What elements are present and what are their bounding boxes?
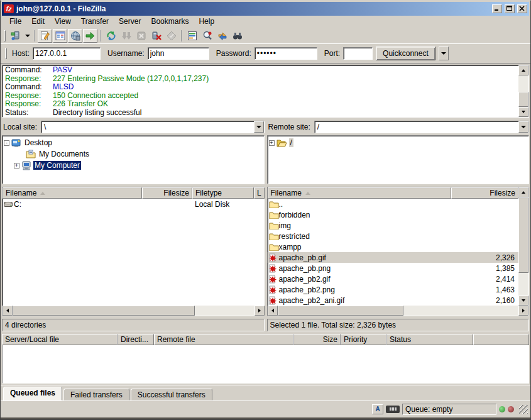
tab-failed-transfers[interactable]: Failed transfers <box>63 389 129 401</box>
quickconnect-button[interactable]: Quickconnect <box>376 47 435 60</box>
column-header-server-local-file[interactable]: Server/Local file <box>2 334 118 345</box>
tree-item-root[interactable]: + / <box>269 137 528 148</box>
tab-successful-transfers[interactable]: Successful transfers <box>131 389 212 401</box>
scrollbar-thumb[interactable] <box>518 92 528 107</box>
column-header-filetype[interactable]: Filetype <box>192 187 254 199</box>
remote-file-row[interactable]: apache_pb2.gif2,414 <box>268 274 519 284</box>
remote-file-row[interactable]: restricted <box>268 231 519 241</box>
toggle-queue-button[interactable] <box>83 29 97 43</box>
window-resize-grip[interactable] <box>519 405 528 414</box>
maximize-button[interactable] <box>505 4 515 13</box>
remote-site-value[interactable]: / <box>315 121 518 133</box>
remote-file-row[interactable]: xampp <box>268 241 519 252</box>
synchronized-browsing-button[interactable] <box>215 29 229 43</box>
local-horizontal-scrollbar[interactable] <box>3 306 265 316</box>
tab-queued-files[interactable]: Queued files <box>3 387 62 401</box>
title-bar[interactable]: fz john@127.0.0.1 - FileZilla <box>2 2 529 16</box>
remote-site-dropdown[interactable] <box>518 121 528 133</box>
remote-vertical-scrollbar[interactable] <box>518 187 528 306</box>
port-input[interactable] <box>343 47 373 60</box>
remote-tree[interactable]: + / <box>267 135 530 184</box>
minimize-button[interactable] <box>492 4 502 13</box>
expand-icon[interactable]: + <box>14 163 19 169</box>
directory-comparison-button[interactable] <box>200 29 214 43</box>
scrollbar-track[interactable] <box>403 306 519 316</box>
menu-server[interactable]: Server <box>114 16 146 27</box>
menu-transfer[interactable]: Transfer <box>76 16 114 27</box>
toggle-message-log-button[interactable] <box>38 29 52 43</box>
transfer-type-indicator[interactable]: A <box>372 404 383 414</box>
local-site-value[interactable]: \ <box>41 121 253 133</box>
remote-file-row[interactable]: apache_pb2.png1,463 <box>268 284 519 295</box>
column-header-filesize[interactable]: Filesize <box>451 187 519 199</box>
remote-file-row-selected[interactable]: apache_pb.gif2,326 <box>268 252 519 263</box>
refresh-button[interactable] <box>104 29 118 43</box>
remote-site-combobox[interactable]: / <box>314 121 529 133</box>
column-header-filesize[interactable]: Filesize <box>142 187 192 199</box>
scroll-left-button[interactable] <box>268 306 278 316</box>
scroll-down-button[interactable] <box>518 107 528 117</box>
site-manager-dropdown[interactable] <box>23 29 31 43</box>
remote-horizontal-scrollbar[interactable] <box>268 306 529 316</box>
tree-item-my-computer[interactable]: + My Computer <box>4 160 263 171</box>
scroll-up-button[interactable] <box>518 187 528 197</box>
local-site-combobox[interactable]: \ <box>41 121 264 133</box>
local-site-dropdown[interactable] <box>254 121 264 133</box>
scroll-down-button[interactable] <box>518 296 528 306</box>
scrollbar-thumb[interactable] <box>518 197 528 273</box>
column-header-last-modified[interactable]: L <box>254 187 265 199</box>
abort-button[interactable] <box>164 29 178 43</box>
toolbar-grip[interactable] <box>4 30 6 41</box>
remote-file-row[interactable]: img <box>268 220 519 231</box>
expand-icon[interactable]: + <box>269 140 275 146</box>
quickbar-grip[interactable] <box>5 48 7 59</box>
tree-item-label[interactable]: / <box>289 138 293 147</box>
local-list-rows[interactable]: C: Local Disk <box>3 199 265 306</box>
message-log[interactable]: Command:PASV Response:227 Entering Passi… <box>3 65 518 117</box>
column-header-size[interactable]: Size <box>293 334 341 345</box>
column-header-direction[interactable]: Directi... <box>118 334 154 345</box>
scrollbar-thumb[interactable] <box>13 306 195 316</box>
scroll-right-button[interactable] <box>518 306 528 316</box>
speed-limit-indicator-icon[interactable] <box>386 406 400 413</box>
tree-item-my-documents[interactable]: My Documents <box>4 148 263 160</box>
local-tree[interactable]: - Desktop My Documents + My Computer <box>2 135 265 184</box>
scrollbar-track[interactable] <box>195 306 255 316</box>
remote-list-rows[interactable]: .. forbidden img restricted xampp apache… <box>268 199 519 306</box>
log-vertical-scrollbar[interactable] <box>518 65 528 117</box>
column-header-filename[interactable]: Filename <box>268 187 451 199</box>
column-header-remote-file[interactable]: Remote file <box>154 334 293 345</box>
scrollbar-track[interactable] <box>518 75 528 92</box>
collapse-icon[interactable]: - <box>4 140 9 146</box>
remote-file-row[interactable]: apache_pb.png1,385 <box>268 263 519 274</box>
local-file-row[interactable]: C: Local Disk <box>3 199 265 209</box>
scroll-up-button[interactable] <box>518 65 528 75</box>
scroll-left-button[interactable] <box>3 306 13 316</box>
scrollbar-track[interactable] <box>518 273 528 296</box>
column-header-status[interactable]: Status <box>386 334 473 345</box>
quickconnect-dropdown[interactable] <box>439 47 449 60</box>
tree-item-desktop[interactable]: - Desktop <box>4 137 263 148</box>
remote-file-row[interactable]: forbidden <box>268 209 519 220</box>
host-input[interactable] <box>33 47 101 60</box>
scrollbar-thumb[interactable] <box>278 306 403 316</box>
cancel-operation-button[interactable] <box>134 29 148 43</box>
column-header-priority[interactable]: Priority <box>341 334 386 345</box>
column-header-filename[interactable]: Filename <box>3 187 142 199</box>
filter-button[interactable] <box>185 29 199 43</box>
tree-item-label[interactable]: My Documents <box>38 150 90 158</box>
process-queue-button[interactable] <box>119 29 133 43</box>
site-manager-button[interactable] <box>8 29 23 43</box>
menu-bookmarks[interactable]: Bookmarks <box>146 16 194 27</box>
queue-list[interactable] <box>2 345 529 384</box>
toggle-local-tree-button[interactable] <box>53 29 67 43</box>
menu-view[interactable]: View <box>50 16 76 27</box>
remote-file-row[interactable]: apache_pb2_ani.gif2,160 <box>268 295 519 306</box>
menu-file[interactable]: File <box>4 16 26 27</box>
tree-item-label[interactable]: Desktop <box>23 138 53 147</box>
username-input[interactable] <box>148 47 209 60</box>
scroll-right-button[interactable] <box>255 306 265 316</box>
menu-help[interactable]: Help <box>194 16 219 27</box>
menu-edit[interactable]: Edit <box>26 16 50 27</box>
tree-item-label[interactable]: My Computer <box>33 161 81 170</box>
